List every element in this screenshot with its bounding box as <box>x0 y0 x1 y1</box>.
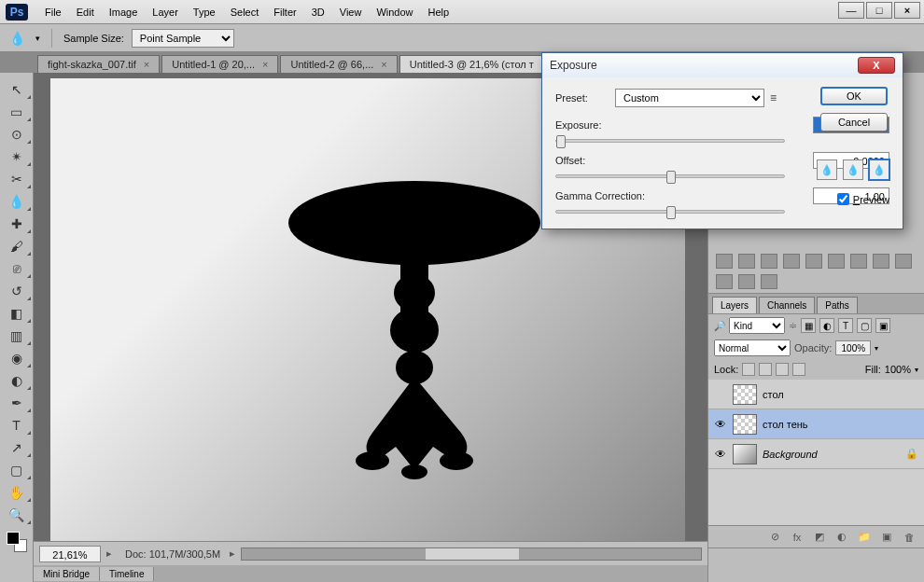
filter-adjust-icon[interactable]: ◐ <box>819 318 834 333</box>
tab-close-icon[interactable]: × <box>262 59 268 70</box>
layer-name[interactable]: Background <box>763 449 900 460</box>
stamp-tool[interactable]: ⎚ <box>0 257 33 280</box>
channels-tab[interactable]: Channels <box>759 297 815 313</box>
preview-checkbox[interactable] <box>837 193 849 205</box>
brush-tool[interactable]: 🖌 <box>0 235 33 257</box>
layer-thumbnail[interactable] <box>733 384 757 405</box>
type-tool[interactable]: T <box>0 414 33 436</box>
path-tool[interactable]: ↗ <box>0 436 33 459</box>
tab-close-icon[interactable]: × <box>381 59 386 70</box>
adjustment-icon[interactable] <box>895 254 912 269</box>
window-minimize[interactable]: — <box>838 2 864 19</box>
mini-bridge-tab[interactable]: Mini Bridge <box>34 567 100 581</box>
menu-filter[interactable]: Filter <box>266 4 303 21</box>
tab-close-icon[interactable]: × <box>144 59 149 70</box>
layer-item[interactable]: 👁 стол тень <box>708 409 924 439</box>
layer-thumbnail[interactable] <box>733 414 757 435</box>
adjustment-icon[interactable] <box>738 274 755 289</box>
eyedropper-white-icon[interactable]: 💧 <box>869 159 889 180</box>
color-swatch[interactable] <box>7 532 27 552</box>
preset-menu-icon[interactable]: ≡ <box>770 91 777 104</box>
window-close[interactable]: × <box>894 2 920 19</box>
lock-all-icon[interactable] <box>792 363 805 376</box>
eyedropper-tool[interactable]: 💧 <box>0 190 33 213</box>
visibility-icon[interactable]: 👁 <box>714 448 727 461</box>
filter-pixel-icon[interactable]: ▦ <box>801 318 816 333</box>
layer-filter-select[interactable]: Kind <box>729 317 785 334</box>
sample-size-select[interactable]: Point Sample <box>132 29 234 48</box>
adjustment-icon[interactable] <box>738 254 755 269</box>
doc-tab[interactable]: Untitled-1 @ 20,...× <box>161 55 278 73</box>
blend-mode-select[interactable]: Normal <box>714 340 791 356</box>
layer-name[interactable]: стол <box>763 389 918 400</box>
menu-3d[interactable]: 3D <box>304 4 332 21</box>
crop-tool[interactable]: ✂ <box>0 168 33 190</box>
lock-transparent-icon[interactable] <box>742 363 755 376</box>
layer-thumbnail[interactable] <box>733 444 757 464</box>
mask-icon[interactable]: ◩ <box>812 531 827 544</box>
menu-help[interactable]: Help <box>421 4 457 21</box>
hand-tool[interactable]: ✋ <box>0 481 33 504</box>
visibility-icon[interactable]: 👁 <box>714 418 727 431</box>
adjustment-icon[interactable] <box>716 254 733 269</box>
menu-edit[interactable]: Edit <box>69 4 102 21</box>
paths-tab[interactable]: Paths <box>817 297 858 313</box>
eyedropper-tool-icon[interactable]: 💧 <box>9 31 28 46</box>
heal-tool[interactable]: ✚ <box>0 213 33 235</box>
layer-item[interactable]: стол <box>708 380 924 409</box>
menu-type[interactable]: Type <box>186 4 223 21</box>
menu-window[interactable]: Window <box>369 4 420 21</box>
lasso-tool[interactable]: ⊙ <box>0 123 33 146</box>
offset-slider[interactable] <box>555 174 785 178</box>
new-layer-icon[interactable]: ▣ <box>879 531 894 544</box>
cancel-button[interactable]: Cancel <box>820 113 888 132</box>
menu-select[interactable]: Select <box>223 4 267 21</box>
adjustment-icon[interactable] <box>761 274 777 289</box>
fill-value[interactable]: 100% <box>885 364 911 375</box>
filter-shape-icon[interactable]: ▢ <box>857 318 872 333</box>
doc-tab[interactable]: fight-skazka_007.tif× <box>37 55 160 73</box>
dialog-close-button[interactable]: X <box>858 57 895 74</box>
move-tool[interactable]: ↖ <box>0 78 33 101</box>
zoom-tool[interactable]: 🔍 <box>0 504 33 526</box>
adjustment-icon[interactable] <box>828 254 845 269</box>
dialog-titlebar[interactable]: Exposure X <box>542 53 903 77</box>
adjustment-icon[interactable] <box>873 254 889 269</box>
doc-tab[interactable]: Untitled-2 @ 66,...× <box>280 55 397 73</box>
preview-label[interactable]: Preview <box>853 194 889 205</box>
lock-position-icon[interactable] <box>776 363 789 376</box>
gamma-slider[interactable] <box>555 210 785 214</box>
zoom-input[interactable]: 21,61% <box>39 546 101 562</box>
history-brush-tool[interactable]: ↺ <box>0 280 33 302</box>
link-icon[interactable]: ⊘ <box>767 531 782 544</box>
marquee-tool[interactable]: ▭ <box>0 101 33 123</box>
blur-tool[interactable]: ◉ <box>0 347 33 369</box>
adjustment-icon[interactable] <box>850 254 867 269</box>
exposure-slider[interactable] <box>555 139 785 143</box>
dodge-tool[interactable]: ◐ <box>0 369 33 392</box>
fill-adjust-icon[interactable]: ◐ <box>834 531 849 544</box>
group-icon[interactable]: 📁 <box>857 531 872 544</box>
opacity-value[interactable]: 100% <box>835 340 871 355</box>
layer-name[interactable]: стол тень <box>763 419 918 430</box>
menu-image[interactable]: Image <box>102 4 146 21</box>
wand-tool[interactable]: ✴ <box>0 146 33 168</box>
layers-tab[interactable]: Layers <box>712 297 757 313</box>
adjustment-icon[interactable] <box>761 254 777 269</box>
eyedropper-black-icon[interactable]: 💧 <box>817 159 837 180</box>
gradient-tool[interactable]: ▥ <box>0 325 33 347</box>
pen-tool[interactable]: ✒ <box>0 392 33 414</box>
doc-tab[interactable]: Untitled-3 @ 21,6% (стол т <box>399 55 544 73</box>
layer-item[interactable]: 👁 Background 🔒 <box>708 439 924 469</box>
menu-file[interactable]: File <box>37 4 69 21</box>
adjustment-icon[interactable] <box>783 254 800 269</box>
window-maximize[interactable]: □ <box>866 2 892 19</box>
menu-view[interactable]: View <box>332 4 370 21</box>
filter-smart-icon[interactable]: ▣ <box>875 318 890 333</box>
menu-layer[interactable]: Layer <box>145 4 186 21</box>
fx-icon[interactable]: fx <box>790 531 805 544</box>
ok-button[interactable]: OK <box>820 87 888 105</box>
trash-icon[interactable]: 🗑 <box>902 531 917 544</box>
preset-select[interactable]: Custom <box>615 89 764 107</box>
timeline-tab[interactable]: Timeline <box>100 567 154 581</box>
